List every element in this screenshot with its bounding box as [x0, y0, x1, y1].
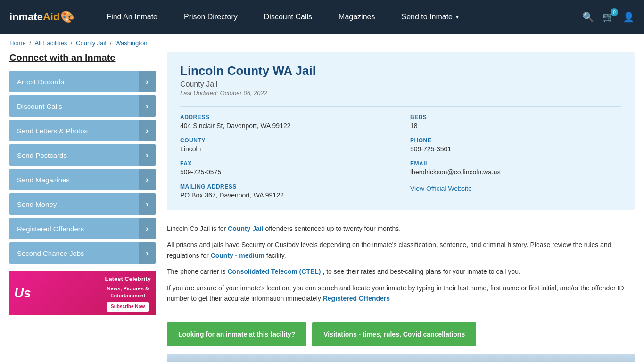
phone-group: PHONE 509-725-3501	[410, 137, 621, 153]
county-value: Lincoln	[180, 145, 391, 153]
chevron-right-icon: ›	[139, 144, 156, 166]
website-value: View Official Website	[410, 185, 621, 192]
breadcrumb-all-facilities[interactable]: All Facilities	[35, 40, 67, 47]
logo-icon: 🎨	[60, 10, 74, 24]
description-para4: If you are unsure of your inmate's locat…	[167, 283, 635, 304]
facility-type: County Jail	[180, 80, 621, 89]
chevron-right-icon: ›	[139, 95, 156, 117]
breadcrumb: Home / All Facilities / County Jail / Wa…	[0, 34, 644, 52]
main-nav: Find An Inmate Prison Directory Discount…	[93, 13, 582, 21]
breadcrumb-separator: /	[29, 40, 33, 47]
content-area: Lincoln County WA Jail County Jail Last …	[167, 52, 635, 362]
email-group: EMAIL lhendrickson@co.lincoln.wa.us	[410, 160, 621, 176]
phone-label: PHONE	[410, 137, 621, 144]
ad-text: Latest Celebrity News, Pictures & Entert…	[105, 275, 151, 312]
action-buttons: Looking for an inmate at this facility? …	[167, 322, 635, 346]
breadcrumb-home[interactable]: Home	[9, 40, 26, 47]
search-icon[interactable]: 🔍	[582, 11, 594, 23]
email-value: lhendrickson@co.lincoln.wa.us	[410, 168, 621, 176]
sidebar-item-label: Send Magazines	[17, 176, 70, 184]
header: inmate Aid 🎨 Find An Inmate Prison Direc…	[0, 0, 644, 34]
description-area: Lincoln Co Jail is for County Jail offen…	[167, 218, 635, 315]
telecom-link[interactable]: Consolidated Telecom (CTEL)	[227, 268, 321, 275]
nav-magazines[interactable]: Magazines	[325, 13, 388, 21]
mailing-value: PO Box 367, Davenport, WA 99122	[180, 191, 391, 199]
beds-group: BEDS 18	[410, 114, 621, 130]
sidebar-item-label: Arrest Records	[17, 78, 64, 86]
sidebar-item-arrest-records[interactable]: Arrest Records ›	[9, 71, 156, 92]
address-value: 404 Sinclair St, Davenport, WA 99122	[180, 122, 391, 130]
sidebar-item-label: Send Money	[17, 200, 57, 208]
county-label: COUNTY	[180, 137, 391, 144]
logo-text: inmate	[9, 11, 43, 23]
breadcrumb-county-jail[interactable]: County Jail	[76, 40, 106, 47]
sidebar-item-discount-calls[interactable]: Discount Calls ›	[9, 95, 156, 117]
registered-offenders-link[interactable]: Registered Offenders	[323, 295, 390, 302]
sidebar-item-send-letters[interactable]: Send Letters & Photos ›	[9, 120, 156, 141]
facility-image: 🌲	[167, 354, 635, 362]
facility-name: Lincoln County WA Jail	[180, 64, 621, 78]
ad-banner[interactable]: Us Latest Celebrity News, Pictures & Ent…	[9, 272, 156, 315]
chevron-right-icon: ›	[139, 169, 156, 190]
logo-aid: Aid	[43, 11, 59, 23]
county-jail-link[interactable]: County Jail	[228, 225, 263, 232]
phone-value: 509-725-3501	[410, 145, 621, 153]
facility-card: Lincoln County WA Jail County Jail Last …	[167, 52, 635, 210]
cart-badge: 0	[611, 8, 618, 16]
user-icon[interactable]: 👤	[623, 11, 635, 23]
mailing-group: MAILING ADDRESS PO Box 367, Davenport, W…	[180, 183, 391, 199]
cart-icon[interactable]: 🛒 0	[603, 11, 614, 23]
sidebar-item-label: Second Chance Jobs	[17, 249, 84, 257]
chevron-right-icon: ›	[139, 193, 156, 215]
chevron-right-icon: ›	[139, 218, 156, 239]
chevron-right-icon: ›	[139, 120, 156, 141]
sidebar-item-second-chance-jobs[interactable]: Second Chance Jobs ›	[9, 242, 156, 264]
sidebar: Connect with an Inmate Arrest Records › …	[9, 52, 156, 362]
address-label: ADDRESS	[180, 114, 391, 121]
fax-group: FAX 509-725-0575	[180, 160, 391, 176]
sidebar-item-send-magazines[interactable]: Send Magazines ›	[9, 169, 156, 190]
website-group: View Official Website	[410, 183, 621, 199]
sidebar-item-label: Send Letters & Photos	[17, 127, 88, 135]
fax-value: 509-725-0575	[180, 168, 391, 176]
county-group: COUNTY Lincoln	[180, 137, 391, 153]
description-para3: The phone carrier is Consolidated Teleco…	[167, 266, 635, 277]
email-label: EMAIL	[410, 160, 621, 167]
sidebar-item-send-postcards[interactable]: Send Postcards ›	[9, 144, 156, 166]
description-para1: Lincoln Co Jail is for County Jail offen…	[167, 223, 635, 234]
sidebar-title: Connect with an Inmate	[9, 52, 156, 63]
ad-logo: Us	[14, 286, 31, 301]
county-medium-link[interactable]: County - medium	[211, 252, 264, 259]
fax-label: FAX	[180, 160, 391, 167]
description-para2: All prisons and jails have Security or C…	[167, 239, 635, 261]
address-group: ADDRESS 404 Sinclair St, Davenport, WA 9…	[180, 114, 391, 130]
nav-send-to-inmate[interactable]: Send to Inmate ▼	[388, 13, 473, 21]
facility-last-updated: Last Updated: October 06, 2022	[180, 90, 621, 97]
main-container: Connect with an Inmate Arrest Records › …	[0, 52, 644, 362]
nav-prison-directory[interactable]: Prison Directory	[171, 13, 251, 21]
chevron-right-icon: ›	[139, 71, 156, 92]
nav-find-inmate[interactable]: Find An Inmate	[93, 13, 171, 21]
beds-label: BEDS	[410, 114, 621, 121]
sidebar-item-label: Send Postcards	[17, 151, 67, 159]
breadcrumb-washington[interactable]: Washington	[115, 40, 147, 47]
breadcrumb-separator: /	[71, 40, 74, 47]
website-link[interactable]: View Official Website	[410, 185, 472, 192]
sidebar-item-label: Discount Calls	[17, 102, 62, 110]
header-icons: 🔍 🛒 0 👤	[582, 11, 635, 23]
sidebar-item-registered-offenders[interactable]: Registered Offenders ›	[9, 218, 156, 239]
logo[interactable]: inmate Aid 🎨	[9, 10, 74, 24]
visitations-button[interactable]: Visitations - times, rules, Covid cancel…	[312, 322, 476, 346]
mailing-label: MAILING ADDRESS	[180, 183, 391, 190]
beds-value: 18	[410, 122, 621, 130]
breadcrumb-separator: /	[110, 40, 113, 47]
dropdown-arrow-icon: ▼	[454, 14, 460, 20]
sidebar-item-label: Registered Offenders	[17, 225, 84, 233]
nav-discount-calls[interactable]: Discount Calls	[251, 13, 325, 21]
chevron-right-icon: ›	[139, 242, 156, 264]
looking-for-inmate-button[interactable]: Looking for an inmate at this facility?	[167, 322, 306, 346]
facility-image-sky: 🌲	[167, 354, 635, 362]
facility-details: ADDRESS 404 Sinclair St, Davenport, WA 9…	[180, 106, 621, 199]
sidebar-item-send-money[interactable]: Send Money ›	[9, 193, 156, 215]
